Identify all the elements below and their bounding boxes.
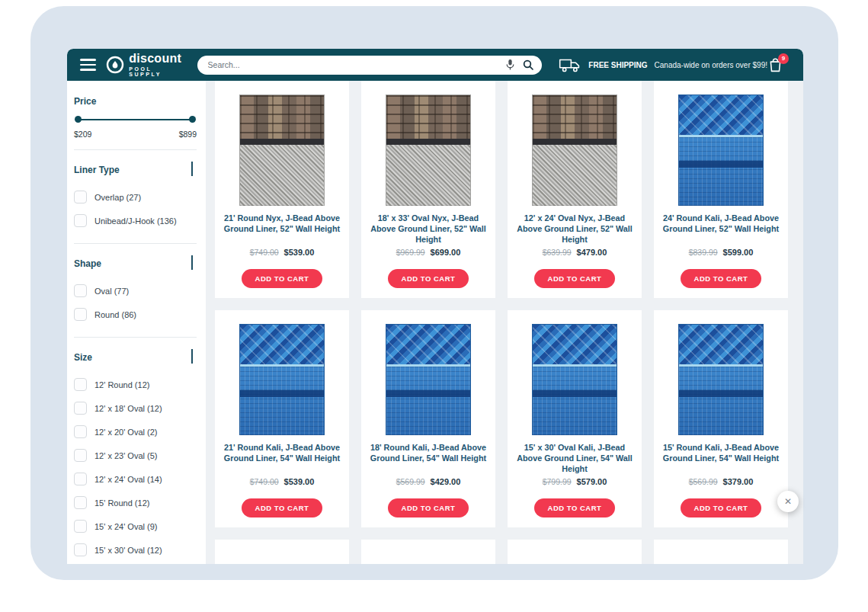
product-image[interactable] xyxy=(532,95,617,206)
filter-option-size[interactable]: 15' x 24' Oval (9) xyxy=(74,514,197,538)
store-logo[interactable]: discount POOL SUPPLY xyxy=(105,53,184,77)
product-old-price: $749.00 xyxy=(250,477,279,486)
price-min-label: $209 xyxy=(74,130,91,139)
price-slider-handle-max[interactable] xyxy=(189,116,196,123)
logo-text: discount POOL SUPPLY xyxy=(129,53,184,77)
product-image[interactable] xyxy=(386,324,471,435)
product-title[interactable]: 18' Round Kali, J-Bead Above Ground Line… xyxy=(369,442,488,476)
close-button[interactable]: ✕ xyxy=(777,491,799,512)
product-card-partial xyxy=(215,540,349,564)
product-card: 21' Round Kali, J-Bead Above Ground Line… xyxy=(215,310,349,527)
checkbox[interactable] xyxy=(74,378,87,391)
product-price: $479.00 xyxy=(577,248,607,257)
product-title[interactable]: 21' Round Nyx, J-Bead Above Ground Liner… xyxy=(223,213,341,246)
filter-option-label: 12' x 24' Oval (14) xyxy=(94,475,162,484)
checkbox[interactable] xyxy=(74,191,87,203)
checkbox[interactable] xyxy=(74,425,87,438)
header-bar: discount POOL SUPPLY FREE SHIPPING Canad… xyxy=(67,49,803,81)
product-card: 18' x 33' Oval Nyx, J-Bead Above Ground … xyxy=(361,81,495,298)
filter-option-size[interactable]: 15' x 30' Oval (12) xyxy=(74,538,197,562)
search-bar[interactable] xyxy=(197,56,543,75)
filter-option-label: 15' x 24' Oval (9) xyxy=(94,522,157,531)
product-title[interactable]: 15' x 30' Oval Kali, J-Bead Above Ground… xyxy=(515,442,634,476)
product-card-partial xyxy=(654,540,788,564)
chevron-shape xyxy=(191,255,193,270)
filter-option-size[interactable]: 15' Round (12) xyxy=(74,491,197,514)
filter-group-shape[interactable]: Shape xyxy=(74,255,197,273)
filter-option-label: 15' x 30' Oval (12) xyxy=(94,546,162,555)
product-title[interactable]: 24' Round Kali, J-Bead Above Ground Line… xyxy=(661,213,780,246)
microphone-icon[interactable] xyxy=(505,59,515,71)
checkbox[interactable] xyxy=(74,473,87,485)
filter-group-size[interactable]: Size xyxy=(74,348,197,367)
search-icon[interactable] xyxy=(522,59,534,71)
chevron-up-icon[interactable] xyxy=(187,161,197,179)
filter-option-unibead[interactable]: Unibead/J-Hook (136) xyxy=(74,209,197,232)
filter-option-size[interactable]: 12' x 23' Oval (5) xyxy=(74,444,197,467)
checkbox[interactable] xyxy=(74,543,87,556)
add-to-cart-button[interactable]: ADD TO CART xyxy=(681,498,762,517)
price-range-labels: $209 $899 xyxy=(74,130,197,139)
product-image[interactable] xyxy=(532,324,617,435)
add-to-cart-button[interactable]: ADD TO CART xyxy=(242,269,323,288)
add-to-cart-button[interactable]: ADD TO CART xyxy=(388,498,469,517)
product-image[interactable] xyxy=(239,95,325,206)
product-card-partial xyxy=(508,540,642,564)
shape-title: Shape xyxy=(74,258,101,269)
price-slider-handle-min[interactable] xyxy=(75,116,82,123)
product-title[interactable]: 21' Round Kali, J-Bead Above Ground Line… xyxy=(223,442,341,476)
product-title[interactable]: 12' x 24' Oval Nyx, J-Bead Above Ground … xyxy=(515,213,634,246)
checkbox[interactable] xyxy=(74,449,87,462)
add-to-cart-button[interactable]: ADD TO CART xyxy=(242,498,323,517)
filter-option-size[interactable]: 16' x 28' Oval (2) xyxy=(74,562,197,564)
filter-option-size[interactable]: 12' x 18' Oval (12) xyxy=(74,396,197,420)
product-card: 21' Round Nyx, J-Bead Above Ground Liner… xyxy=(215,81,349,298)
hamburger-bar xyxy=(80,69,96,71)
filter-option-label: 12' Round (12) xyxy=(94,380,149,389)
logo-line2: POOL SUPPLY xyxy=(129,66,184,77)
add-to-cart-button[interactable]: ADD TO CART xyxy=(388,269,469,288)
product-price: $599.00 xyxy=(723,248,754,257)
divider xyxy=(74,243,197,244)
filter-option-overlap[interactable]: Overlap (27) xyxy=(74,185,197,209)
checkbox[interactable] xyxy=(74,214,87,227)
product-image[interactable] xyxy=(678,95,764,206)
product-old-price: $839.99 xyxy=(689,248,718,257)
divider xyxy=(74,337,197,338)
shipping-bold-text: FREE SHIPPING xyxy=(588,61,647,69)
search-input[interactable] xyxy=(207,59,499,70)
chevron-shape xyxy=(191,162,193,176)
product-grid: 21' Round Nyx, J-Bead Above Ground Liner… xyxy=(206,81,803,564)
product-image[interactable] xyxy=(678,324,764,435)
logo-icon xyxy=(105,55,125,75)
add-to-cart-button[interactable]: ADD TO CART xyxy=(534,498,616,517)
filter-option-size[interactable]: 12' x 24' Oval (14) xyxy=(74,467,197,491)
chevron-up-icon[interactable] xyxy=(187,348,197,367)
checkbox[interactable] xyxy=(74,496,87,509)
add-to-cart-button[interactable]: ADD TO CART xyxy=(534,269,616,288)
hamburger-menu-icon[interactable] xyxy=(80,59,96,71)
checkbox[interactable] xyxy=(74,308,87,321)
product-title[interactable]: 18' x 33' Oval Nyx, J-Bead Above Ground … xyxy=(369,213,488,246)
product-price: $539.00 xyxy=(284,248,315,257)
product-old-price: $799.99 xyxy=(543,477,572,486)
product-image[interactable] xyxy=(239,324,325,435)
checkbox[interactable] xyxy=(74,284,87,297)
cart-button[interactable]: 9 xyxy=(767,56,783,74)
filter-option-oval[interactable]: Oval (77) xyxy=(74,279,197,303)
price-slider-track xyxy=(75,119,195,120)
filter-option-round[interactable]: Round (86) xyxy=(74,303,197,326)
product-row-partial xyxy=(215,540,803,564)
product-title[interactable]: 15' Round Kali, J-Bead Above Ground Line… xyxy=(661,442,780,476)
add-to-cart-button[interactable]: ADD TO CART xyxy=(681,269,762,288)
filter-option-size[interactable]: 12' x 20' Oval (2) xyxy=(74,420,197,444)
filter-group-liner-type[interactable]: Liner Type xyxy=(74,161,197,179)
product-image[interactable] xyxy=(386,95,471,206)
product-price: $539.00 xyxy=(284,477,315,486)
checkbox[interactable] xyxy=(74,402,87,415)
filter-option-size[interactable]: 12' Round (12) xyxy=(74,373,197,396)
filter-option-label: 12' x 23' Oval (5) xyxy=(94,451,157,460)
checkbox[interactable] xyxy=(74,520,87,533)
product-old-price: $969.99 xyxy=(396,248,425,257)
chevron-up-icon[interactable] xyxy=(187,255,197,273)
